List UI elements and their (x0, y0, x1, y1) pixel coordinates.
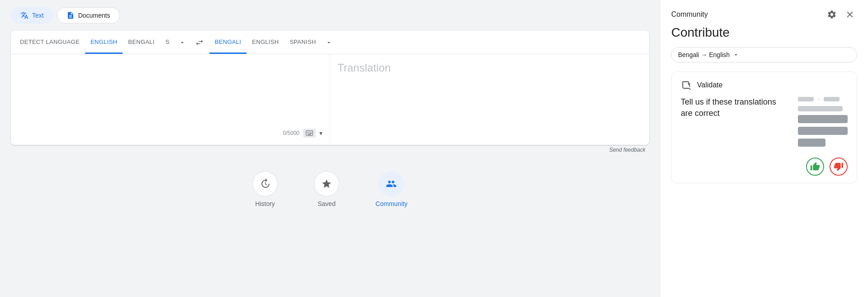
lang-tab-english-tgt[interactable]: ENGLISH (247, 31, 284, 54)
lang-direction-btn[interactable]: Bengali → English (671, 47, 857, 62)
validate-card-body: Tell us if these translations are correc… (672, 96, 857, 154)
swap-languages-btn[interactable] (191, 34, 208, 51)
preview-line-2 (824, 97, 840, 101)
svg-rect-9 (311, 133, 312, 134)
lang-tab-s[interactable]: S (160, 31, 175, 54)
right-panel-header: Community (671, 7, 857, 22)
send-feedback-row: Send feedback (11, 145, 649, 157)
lang-tab-spanish-tgt[interactable]: SPANISH (284, 31, 321, 54)
text-translate-icon (20, 11, 28, 19)
lang-tab-english-src[interactable]: ENGLISH (85, 31, 123, 54)
bottom-nav: History Saved Community (11, 171, 649, 207)
validate-text: Tell us if these translations are correc… (681, 96, 789, 119)
preview-line-4 (798, 115, 848, 123)
svg-rect-4 (311, 132, 311, 132)
thumbs-up-btn[interactable] (806, 158, 824, 176)
left-panel: Text Documents DETECT LANGUAGE ENGLISH B… (0, 0, 660, 297)
validate-icon (681, 79, 693, 91)
input-area: 0/5000 ▾ (11, 54, 330, 145)
translator-box: DETECT LANGUAGE ENGLISH BENGALI S BENGAL… (11, 31, 649, 145)
preview-line-6 (798, 139, 825, 147)
nav-history[interactable]: History (252, 171, 278, 207)
saved-label: Saved (318, 200, 336, 207)
contribute-title: Contribute (671, 25, 857, 40)
settings-btn[interactable] (825, 7, 839, 22)
source-more-btn[interactable] (175, 35, 190, 50)
thumbs-down-btn[interactable] (830, 158, 848, 176)
tab-text-label: Text (32, 12, 44, 19)
tab-text[interactable]: Text (11, 7, 53, 24)
svg-rect-2 (308, 132, 308, 132)
validate-card-header: Validate (672, 72, 857, 96)
svg-rect-7 (308, 133, 308, 134)
input-footer: 0/5000 ▾ (18, 125, 323, 138)
svg-rect-6 (307, 133, 308, 134)
preview-line-3 (798, 106, 843, 111)
top-tabs-container: Text Documents (11, 7, 649, 24)
svg-rect-3 (309, 132, 310, 132)
lang-tabs-row: DETECT LANGUAGE ENGLISH BENGALI S BENGAL… (11, 31, 649, 54)
char-count: 0/5000 (283, 130, 299, 136)
svg-rect-8 (309, 133, 311, 134)
close-btn[interactable] (843, 7, 857, 22)
send-feedback-link[interactable]: Send feedback (609, 147, 645, 153)
source-text-input[interactable] (18, 62, 323, 125)
lang-direction-text: Bengali → English (678, 51, 730, 58)
history-label: History (255, 200, 275, 207)
saved-icon-circle (314, 171, 339, 196)
tab-documents[interactable]: Documents (57, 7, 120, 24)
right-panel: Community Contribute Bengali → English (660, 0, 868, 297)
keyboard-dropdown-arrow[interactable]: ▾ (319, 129, 323, 137)
history-icon-circle (252, 171, 278, 196)
svg-rect-1 (307, 132, 308, 132)
keyboard-btn[interactable] (303, 129, 316, 138)
nav-community[interactable]: Community (375, 171, 408, 207)
validate-label: Validate (697, 81, 723, 89)
lang-tab-detect[interactable]: DETECT LANGUAGE (14, 31, 85, 54)
community-label: Community (375, 200, 408, 207)
lang-tab-bengali-src[interactable]: BENGALI (123, 31, 160, 54)
right-panel-icons (825, 7, 857, 22)
translation-placeholder: Translation (337, 62, 642, 74)
validate-preview: → (798, 96, 848, 147)
preview-line-5 (798, 127, 848, 135)
right-panel-title: Community (671, 10, 708, 19)
svg-rect-10 (308, 134, 311, 135)
lang-tab-bengali-tgt[interactable]: BENGALI (209, 31, 247, 54)
svg-rect-5 (312, 132, 312, 132)
community-icon-circle (379, 171, 404, 196)
nav-saved[interactable]: Saved (314, 171, 339, 207)
validate-card: Validate Tell us if these translations a… (671, 72, 857, 183)
translation-areas: 0/5000 ▾ Translation (11, 54, 649, 145)
documents-icon (66, 11, 75, 19)
tab-documents-label: Documents (78, 12, 110, 19)
preview-arrow-row: → (798, 96, 848, 101)
validate-actions (672, 154, 857, 183)
preview-line-1 (798, 97, 814, 101)
preview-arrow: → (816, 96, 821, 101)
target-more-btn[interactable] (322, 35, 336, 50)
output-area: Translation (330, 54, 649, 145)
